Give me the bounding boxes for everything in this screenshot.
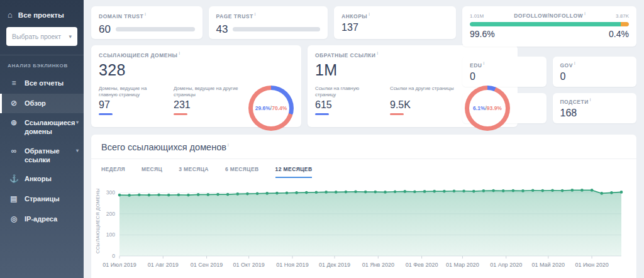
sidebar-item-label: Обзор [25, 99, 46, 108]
red-marker-bar [174, 113, 187, 115]
info-icon[interactable]: i [145, 12, 146, 16]
info-icon[interactable]: i [179, 51, 180, 55]
substat-value: 615 [315, 99, 381, 111]
substat-label: Домены, ведущие на главную страницу [99, 86, 165, 98]
chevron-down-icon: ▾ [76, 118, 79, 126]
substat-other-links: Ссылки на другие страницы 9.5K [390, 86, 456, 115]
sidebar-item-all-reports[interactable]: ≡ Все отчеты [0, 74, 84, 94]
referring-domains-donut-chart: 29.6%/70.4% [248, 86, 294, 131]
info-icon[interactable]: i [369, 12, 370, 16]
info-icon[interactable]: i [590, 97, 591, 102]
nofollow-percent: 0.4% [609, 29, 629, 39]
info-icon[interactable]: i [228, 143, 229, 147]
sidebar-item-ip-addresses[interactable]: ◎ IP-адреса [0, 209, 84, 230]
info-icon[interactable]: i [377, 51, 378, 55]
svg-text:300: 300 [106, 189, 115, 196]
sidebar-item-anchors[interactable]: ⚓ Анкоры [0, 169, 84, 189]
sidebar-item-label: Ссылающиеся домены [25, 118, 70, 136]
page-trust-progressbar [233, 27, 320, 31]
card-label: ССЫЛАЮЩИЕСЯ ДОМЕНЫi [99, 51, 294, 58]
domain-trust-card: DOMAIN TRUSTi 60 [91, 6, 203, 39]
chart-title: Всего ссылающихся доменовi [91, 135, 636, 159]
sidebar-item-referring-domains[interactable]: ⊕ Ссылающиеся домены ▾ [0, 113, 84, 142]
substat-home-links: Ссылки на главную страницу 615 [315, 86, 381, 115]
period-tabs: НЕДЕЛЯ МЕСЯЦ 3 МЕСЯЦА 6 МЕСЯЦЕВ 12 МЕСЯЦ… [91, 159, 636, 178]
card-label: DOMAIN TRUSTi [99, 12, 195, 19]
sidebar-item-label: Анкоры [25, 174, 52, 183]
substat-value: 97 [99, 99, 165, 111]
project-select[interactable]: Выбрать проект ▾ [6, 27, 77, 46]
red-marker-bar [390, 113, 404, 115]
dofollow-nofollow-card: 1.01M DOFOLLOW/NOFOLLOWi 3.87K 99.6% 0.4… [462, 6, 636, 47]
ip-target-icon: ◎ [9, 214, 18, 225]
tab-month[interactable]: МЕСЯЦ [142, 166, 162, 178]
overview-compass-icon: ⊘ [9, 99, 18, 109]
card-label: GOVi [560, 61, 630, 69]
info-icon[interactable]: i [574, 61, 575, 65]
tab-12-months[interactable]: 12 МЕСЯЦЕВ [275, 166, 313, 178]
app-window: ⌂ Все проекты Выбрать проект ▾ АНАЛИЗ БЭ… [0, 0, 644, 278]
tab-week[interactable]: НЕДЕЛЯ [101, 166, 125, 178]
domain-trust-progressbar [116, 27, 195, 31]
page-trust-card: PAGE TRUSTi 43 [209, 6, 328, 39]
sidebar-section-title: АНАЛИЗ БЭКЛИНКОВ [0, 62, 84, 74]
referring-domains-value: 328 [99, 61, 294, 79]
main-content: DOMAIN TRUSTi 60 PAGE TRUSTi 43 [84, 0, 644, 278]
blue-marker-bar [315, 113, 329, 115]
card-label: DOFOLLOW/NOFOLLOWi [514, 11, 586, 19]
svg-text:01 Июн 2020: 01 Июн 2020 [575, 262, 608, 268]
svg-text:01 Фев 2020: 01 Фев 2020 [406, 262, 438, 268]
anchors-value: 137 [341, 22, 448, 33]
home-icon: ⌂ [8, 10, 13, 19]
dofollow-percent: 99.6% [470, 29, 495, 39]
sidebar-item-pages[interactable]: ▤ Страницы [0, 189, 84, 209]
reports-icon: ≡ [9, 79, 18, 89]
stats-grid: DOMAIN TRUSTi 60 PAGE TRUSTi 43 [91, 6, 636, 127]
domain-trust-value: 60 [99, 23, 111, 36]
all-projects-label: Все проекты [18, 11, 64, 19]
svg-text:01 Сен 2019: 01 Сен 2019 [191, 262, 223, 268]
sidebar-item-backlinks[interactable]: ∞ Обратные ссылки ▾ [0, 142, 84, 170]
svg-text:01 Янв 2020: 01 Янв 2020 [362, 262, 394, 268]
page-icon: ▤ [9, 194, 18, 204]
subnets-value: 168 [560, 108, 630, 119]
area-chart: 010020030001 Июл 201901 Авг 201901 Сен 2… [101, 181, 630, 272]
info-icon[interactable]: i [255, 12, 256, 16]
sidebar-item-label: Обратные ссылки [25, 147, 70, 165]
backlinks-donut-chart: 6.1%/93.9% [465, 86, 510, 131]
sidebar-item-overview[interactable]: ⊘ Обзор [0, 94, 84, 114]
tab-3-months[interactable]: 3 МЕСЯЦА [179, 166, 209, 178]
edu-card: EDUi 0 [462, 57, 547, 87]
tab-6-months[interactable]: 6 МЕСЯЦЕВ [225, 166, 259, 178]
donut-center-label: 6.1%/93.9% [465, 86, 510, 131]
nofollow-segment [621, 22, 629, 26]
svg-text:01 Май 2020: 01 Май 2020 [531, 262, 565, 268]
svg-text:01 Окт 2019: 01 Окт 2019 [233, 262, 265, 268]
chevron-down-icon: ▾ [69, 33, 72, 40]
svg-text:01 Мар 2020: 01 Мар 2020 [446, 262, 479, 268]
svg-text:01 Дек 2019: 01 Дек 2019 [319, 262, 350, 268]
gov-card: GOVi 0 [553, 57, 637, 87]
referring-domains-card: ССЫЛАЮЩИЕСЯ ДОМЕНЫi 328 Домены, ведущие … [91, 45, 301, 127]
info-icon[interactable]: i [584, 11, 586, 16]
svg-text:0: 0 [112, 253, 115, 259]
sidebar-divider [0, 55, 84, 55]
blue-marker-bar [99, 113, 113, 115]
project-select-placeholder: Выбрать проект [12, 33, 61, 40]
info-icon[interactable]: i [483, 61, 484, 65]
dofollow-nofollow-bar [470, 22, 629, 26]
sidebar-item-label: Страницы [25, 194, 60, 203]
svg-text:01 Авг 2019: 01 Авг 2019 [148, 262, 179, 268]
card-label: ПОДСЕТИi [560, 97, 630, 105]
donut-center-label: 29.6%/70.4% [248, 86, 294, 131]
substat-label: Ссылки на главную страницу [315, 86, 381, 98]
subnets-card: ПОДСЕТИi 168 [553, 93, 637, 123]
substat-label: Ссылки на другие страницы [390, 86, 456, 98]
svg-text:200: 200 [106, 211, 115, 217]
anchor-icon: ⚓ [9, 174, 18, 184]
substat-value: 9.5K [390, 99, 456, 111]
sidebar-item-all-projects[interactable]: ⌂ Все проекты [0, 6, 84, 26]
page-trust-value: 43 [216, 23, 228, 36]
globe-icon: ⊕ [9, 118, 18, 128]
svg-text:01 Ноя 2019: 01 Ноя 2019 [276, 262, 308, 268]
